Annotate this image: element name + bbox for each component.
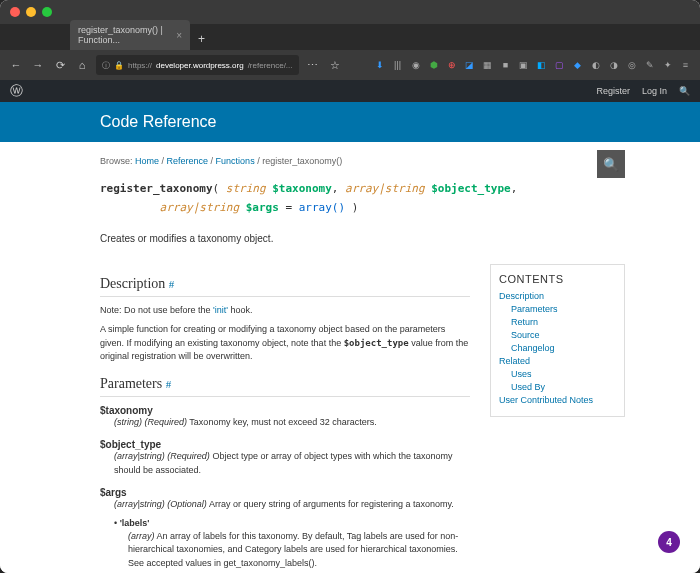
anchor-link[interactable]: # (166, 378, 172, 390)
ext-icon[interactable]: ✦ (661, 59, 674, 72)
wordpress-logo-icon[interactable]: ⓦ (10, 82, 23, 100)
usage-note: Note: Do not use before the 'init' hook. (100, 305, 470, 315)
breadcrumb-functions[interactable]: Functions (216, 156, 255, 166)
home-button[interactable]: ⌂ (74, 57, 90, 73)
ext-icon[interactable]: ◐ (589, 59, 602, 72)
contents-heading: CONTENTS (499, 273, 616, 285)
param-meta: (array|string) (Required) (114, 451, 210, 461)
url-prefix: https:// (128, 61, 152, 70)
fn-name: register_taxonomy (100, 182, 213, 195)
close-tab-icon[interactable]: × (176, 30, 182, 41)
note-text: hook. (228, 305, 253, 315)
new-tab-button[interactable]: + (190, 28, 213, 50)
toc-link[interactable]: Parameters (511, 304, 616, 314)
param-meta: (array|string) (Optional) (114, 499, 207, 509)
param-type: array|string (160, 201, 239, 214)
param-var: $args (246, 201, 279, 214)
sub-meta: (array) (128, 531, 155, 541)
page-title: Code Reference (100, 113, 217, 131)
parameter-block: $args (array|string) (Optional) Array or… (100, 487, 470, 570)
sub-text: An array of labels for this taxonomy. By… (128, 531, 458, 568)
ext-icon[interactable]: ◧ (535, 59, 548, 72)
content-area: 🔍 Browse: Home / Reference / Functions /… (0, 142, 700, 573)
ext-icon[interactable]: ▢ (553, 59, 566, 72)
desc-code: $object_type (344, 338, 409, 348)
ext-icon[interactable]: ◪ (463, 59, 476, 72)
ext-icon[interactable]: ■ (499, 59, 512, 72)
param-name: $object_type (100, 439, 470, 450)
register-link[interactable]: Register (596, 86, 630, 96)
browser-tabbar: register_taxonomy() | Function... × + (0, 24, 700, 50)
ext-icon[interactable]: ⬢ (427, 59, 440, 72)
ext-icon[interactable]: ◉ (409, 59, 422, 72)
toc-link[interactable]: User Contributed Notes (499, 395, 616, 405)
toc-link[interactable]: Return (511, 317, 616, 327)
search-icon[interactable]: 🔍 (679, 86, 690, 96)
search-button[interactable]: 🔍 (597, 150, 625, 178)
param-type: array|string (345, 182, 424, 195)
param-name: $taxonomy (100, 405, 470, 416)
ext-icon[interactable]: ✎ (643, 59, 656, 72)
section-heading-description: Description # (100, 276, 470, 297)
eq: = (285, 201, 292, 214)
ext-icon[interactable]: ◆ (571, 59, 584, 72)
toc-link[interactable]: Uses (511, 369, 616, 379)
ext-icon[interactable]: ▦ (481, 59, 494, 72)
browser-tab[interactable]: register_taxonomy() | Function... × (70, 20, 190, 50)
login-link[interactable]: Log In (642, 86, 667, 96)
wordpress-admin-bar: ⓦ Register Log In 🔍 (0, 80, 700, 102)
main-column: Description # Note: Do not use before th… (100, 264, 470, 573)
breadcrumb: Browse: Home / Reference / Functions / r… (100, 156, 625, 166)
browser-toolbar: ← → ⟳ ⌂ ⓘ 🔒 https://developer.wordpress.… (0, 50, 700, 80)
function-signature: register_taxonomy( string $taxonomy, arr… (100, 180, 625, 217)
info-icon: ⓘ (102, 60, 110, 71)
sub-label: 'labels' (120, 518, 150, 528)
param-text: Taxonomy key, must not exceed 32 charact… (187, 417, 377, 427)
breadcrumb-reference[interactable]: Reference (167, 156, 209, 166)
ext-icon[interactable]: ⊕ (445, 59, 458, 72)
ext-icon[interactable]: ||| (391, 59, 404, 72)
lock-icon: 🔒 (114, 61, 124, 70)
toc-link[interactable]: Description (499, 291, 616, 301)
page-header: Code Reference (0, 102, 700, 142)
breadcrumb-current: register_taxonomy() (262, 156, 342, 166)
ext-icon[interactable]: ▣ (517, 59, 530, 72)
toolbar-extensions: ⬇ ||| ◉ ⬢ ⊕ ◪ ▦ ■ ▣ ◧ ▢ ◆ ◐ ◑ ◎ ✎ ✦ ≡ (373, 59, 692, 72)
toc-link[interactable]: Related (499, 356, 616, 366)
bookmark-icon[interactable]: ☆ (327, 57, 343, 73)
section-title: Description (100, 276, 165, 291)
reload-button[interactable]: ⟳ (52, 57, 68, 73)
note-text: Note: Do not use before the (100, 305, 213, 315)
param-name: $args (100, 487, 470, 498)
notes-count-fab[interactable]: 4 (658, 531, 680, 553)
breadcrumb-home[interactable]: Home (135, 156, 159, 166)
param-text: Array or query string of arguments for r… (207, 499, 454, 509)
tab-title: register_taxonomy() | Function... (78, 25, 170, 45)
description-text: A simple function for creating or modify… (100, 323, 470, 364)
contents-sidebar: CONTENTS Description Parameters Return S… (490, 264, 625, 417)
ext-icon[interactable]: ⬇ (373, 59, 386, 72)
param-meta: (string) (Required) (114, 417, 187, 427)
init-hook-link[interactable]: 'init' (213, 305, 228, 315)
menu-icon[interactable]: ≡ (679, 59, 692, 72)
address-bar[interactable]: ⓘ 🔒 https://developer.wordpress.org/refe… (96, 55, 299, 75)
ext-icon[interactable]: ◑ (607, 59, 620, 72)
close-window-button[interactable] (10, 7, 20, 17)
param-var: $object_type (431, 182, 510, 195)
minimize-window-button[interactable] (26, 7, 36, 17)
maximize-window-button[interactable] (42, 7, 52, 17)
toc-link[interactable]: Used By (511, 382, 616, 392)
back-button[interactable]: ← (8, 57, 24, 73)
url-path: /reference/... (248, 61, 293, 70)
anchor-link[interactable]: # (169, 278, 175, 290)
sub-param: • 'labels' (114, 518, 470, 528)
section-title: Parameters (100, 376, 162, 391)
param-var: $taxonomy (272, 182, 332, 195)
default-val: array() (299, 201, 345, 214)
toc-link[interactable]: Changelog (511, 343, 616, 353)
url-menu-icon[interactable]: ⋯ (305, 57, 321, 73)
forward-button[interactable]: → (30, 57, 46, 73)
param-type: string (226, 182, 266, 195)
toc-link[interactable]: Source (511, 330, 616, 340)
ext-icon[interactable]: ◎ (625, 59, 638, 72)
